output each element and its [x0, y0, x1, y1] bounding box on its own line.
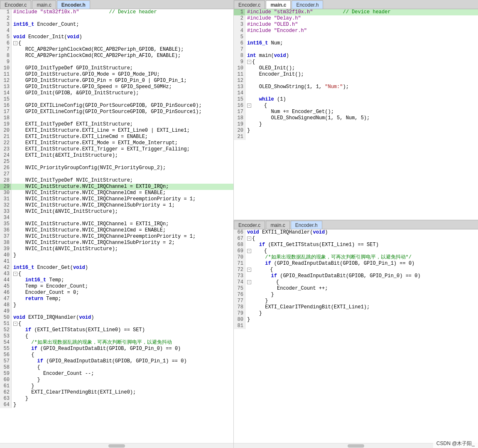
code-line: 53 { [0, 333, 233, 340]
code-line: 60 } [0, 377, 233, 383]
right-top-code-area: 1 #include "stm32f10x.h" // Device heade… [234, 9, 478, 220]
code-line: 18 [0, 115, 233, 121]
right-bottom-code-area: 66 void EXTI1_IRQHandler(void) 67 -{ 68 … [234, 229, 478, 443]
code-line: 18 OLED_ShowSignedNum(1, 5, Num, 5); [234, 115, 478, 121]
right-bottom-tab-encoder-c[interactable]: Encoder.c [234, 221, 265, 229]
right-bottom-scrollbar-thumb[interactable] [348, 444, 364, 448]
code-line: 79 } [234, 310, 478, 317]
code-line: 69 - { [234, 248, 478, 254]
code-line: 58 { [0, 364, 233, 371]
right-top-tab-encoder-h[interactable]: Encoder.h [292, 0, 323, 9]
code-line: 11 GPIO_InitStructure.GPIO_Mode = GPIO_M… [0, 71, 233, 78]
code-line: 74 - { [234, 279, 478, 286]
code-line: 4 [0, 28, 233, 34]
code-line: 67 -{ [234, 236, 478, 242]
code-line: 7 RCC_APB2PeriphClockCmd(RCC_APB2Periph_… [0, 47, 233, 53]
code-line: 16 - { [234, 103, 478, 109]
left-tab-encoder-c[interactable]: Encoder.c [0, 0, 31, 9]
code-line: 71 if (GPIO_ReadInputDataBit(GPIOB, GPIO… [234, 261, 478, 267]
code-line: 12 GPIO_InitStructure.GPIO_Pin = GPIO_Pi… [0, 78, 233, 84]
code-line: 8 RCC_APB2PeriphClockCmd(RCC_APB2Periph_… [0, 53, 233, 59]
code-line: 17 Num += Encoder_Get(); [234, 109, 478, 115]
right-top-tab-encoder-c[interactable]: Encoder.c [234, 0, 265, 9]
code-line: 72 - { [234, 267, 478, 273]
code-line: 70 /*如果出现数据乱跳的现象，可再次判断引脚电平，以避免抖动*/ [234, 254, 478, 261]
code-line: 35 NVIC_InitStructure.NVIC_IRQChannel = … [0, 221, 233, 227]
code-line: 23 EXTI_InitStructure.EXTI_Trigger = EXT… [0, 146, 233, 153]
code-line: 47 return Temp; [0, 296, 233, 302]
right-bottom-tab-bar: Encoder.c main.c Encoder.h [234, 220, 478, 229]
code-line: 21 EXTI_InitStructure.EXTI_LineCmd = ENA… [0, 134, 233, 140]
code-line: 61 } [0, 383, 233, 389]
right-top-tab-main-c[interactable]: main.c [266, 0, 291, 9]
code-line: 19 } [234, 121, 478, 128]
code-line: 3 #include "OLED.h" [234, 22, 478, 28]
code-line: 24 EXTI_Init(&EXTI_InitStructure); [0, 153, 233, 159]
watermark: CSDN @木子阳_ [433, 439, 478, 448]
left-tab-main-c[interactable]: main.c [32, 0, 56, 9]
right-bottom-tab-encoder-h[interactable]: Encoder.h [291, 221, 322, 229]
code-line: 22 EXTI_InitStructure.EXTI_Mode = EXTI_M… [0, 140, 233, 146]
code-line: 16 GPIO_EXTILineConfig(GPIO_PortSourceGP… [0, 103, 233, 109]
code-line: 9 -{ [234, 59, 478, 65]
code-line: 45 Temp = Encoder_Count; [0, 283, 233, 290]
code-line: 46 Encoder_Count = 0; [0, 290, 233, 296]
code-line: 21 [234, 134, 478, 140]
code-line: 50 void EXTI0_IRQHandler(void) [0, 315, 233, 321]
code-line: 52 if (EXTI_GetITStatus(EXTI_Line0) == S… [0, 327, 233, 333]
right-top-code-content: 1 #include "stm32f10x.h" // Device heade… [234, 9, 478, 220]
code-line: 40 } [0, 252, 233, 258]
code-line: 15 [0, 96, 233, 103]
left-code-content: 1 #include "stm32f10x.h" // Device heade… [0, 9, 233, 443]
code-line: 55 if (GPIO_ReadInputDataBit(GPIOB, GPIO… [0, 346, 233, 352]
code-line: 37 NVIC_InitStructure.NVIC_IRQChannelPre… [0, 234, 233, 240]
code-line: 5 [234, 34, 478, 40]
code-line: 28 NVIC_InitTypeDef NVIC_InitStructure; [0, 177, 233, 184]
code-line: 33 NVIC_Init(&NVIC_InitStructure); [0, 209, 233, 215]
right-bottom: Encoder.c main.c Encoder.h 66 void EXTI1… [234, 220, 478, 448]
code-line: 2 [0, 15, 233, 22]
code-line: 13 GPIO_InitStructure.GPIO_Speed = GPIO_… [0, 84, 233, 90]
code-line: 31 NVIC_InitStructure.NVIC_IRQChannelPre… [0, 196, 233, 202]
code-line: 1 #include "stm32f10x.h" // Device heade… [0, 9, 233, 15]
left-code-area: 1 #include "stm32f10x.h" // Device heade… [0, 9, 233, 443]
code-line: 6 int16_t Num; [234, 40, 478, 47]
code-line: 11 Encoder_Init(); [234, 71, 478, 78]
code-line: 25 [0, 159, 233, 165]
code-line: 80 } [234, 317, 478, 323]
code-line: 20 } [234, 128, 478, 134]
left-tab-encoder-h[interactable]: Encoder.h [57, 0, 90, 9]
code-line: 68 if (EXTI_GetITStatus(EXTI_Line1) == S… [234, 242, 478, 248]
right-panel: Encoder.c main.c Encoder.h 1 #include "s… [234, 0, 478, 448]
code-line: 64 } [0, 402, 233, 408]
code-line: 34 [0, 215, 233, 221]
code-line: 39 NVIC_Init(&NVIC_InitStructure); [0, 246, 233, 252]
right-bottom-tab-main-c[interactable]: main.c [266, 221, 289, 229]
code-line: 42 int16_t Encoder_Get(void) [0, 265, 233, 271]
code-line: 19 EXTI_InitTypeDef EXTI_InitStructure; [0, 121, 233, 128]
code-line: 66 void EXTI1_IRQHandler(void) [234, 229, 478, 236]
code-line: 7 [234, 47, 478, 53]
code-line: 26 NVIC_PriorityGroupConfig(NVIC_Priorit… [0, 165, 233, 171]
code-line: 27 [0, 171, 233, 177]
code-line: 20 EXTI_InitStructure.EXTI_Line = EXTI_L… [0, 128, 233, 134]
code-line: 62 EXTI_ClearITPendingBit(EXTI_Line0); [0, 389, 233, 396]
code-line: 56 { [0, 352, 233, 358]
code-line: 10 OLED_Init(); [234, 65, 478, 71]
code-line: 75 Encoder_Count ++; [234, 286, 478, 292]
left-scrollbar[interactable] [0, 443, 233, 448]
left-tab-bar: Encoder.c main.c Encoder.h [0, 0, 233, 9]
code-line: 73 if (GPIO_ReadInputDataBit(GPIOB, GPIO… [234, 273, 478, 279]
code-line: 8 int main(void) [234, 53, 478, 59]
code-line: 63 } [0, 396, 233, 402]
code-line: 15 while (1) [234, 96, 478, 103]
left-scrollbar-thumb[interactable] [108, 444, 125, 448]
code-line: 30 NVIC_InitStructure.NVIC_IRQChannelCmd… [0, 190, 233, 196]
code-line: 51 -{ [0, 321, 233, 327]
code-line: 77 } [234, 298, 478, 304]
code-line: 32 NVIC_InitStructure.NVIC_IRQChannelSub… [0, 202, 233, 209]
code-line: 54 /*如果出现数据乱跳的现象，可再次判断引脚电平，以避免抖动 [0, 340, 233, 346]
code-line: 49 [0, 308, 233, 315]
code-line: 14 [234, 90, 478, 96]
code-line: 41 [0, 258, 233, 265]
